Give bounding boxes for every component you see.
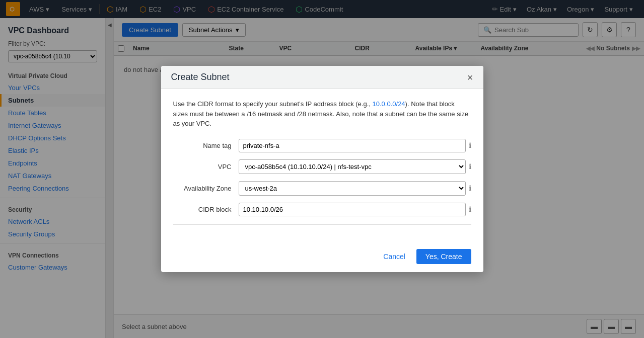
cidr-block-label: CIDR block (173, 206, 239, 213)
modal-divider (173, 224, 471, 225)
name-tag-info-icon[interactable]: ℹ (469, 141, 471, 149)
create-subnet-modal: Create Subnet × Use the CIDR format to s… (161, 66, 483, 272)
vpc-info-icon[interactable]: ℹ (469, 162, 471, 171)
form-row-cidr: CIDR block ℹ (173, 203, 471, 216)
modal-header: Create Subnet × (161, 66, 483, 89)
yes-create-button[interactable]: Yes, Create (416, 249, 471, 264)
modal-footer: Cancel Yes, Create (161, 243, 483, 272)
modal-body: Use the CIDR format to specify your subn… (161, 89, 483, 243)
name-tag-label: Name tag (173, 142, 239, 149)
form-row-vpc: VPC vpc-a058b5c4 (10.10.10.0/24) | nfs-t… (173, 159, 471, 174)
cidr-block-info-icon[interactable]: ℹ (469, 205, 471, 213)
cidr-example-link[interactable]: 10.0.0.0/24 (373, 100, 405, 108)
az-select[interactable]: us-west-2a (239, 181, 466, 196)
modal-overlay[interactable]: Create Subnet × Use the CIDR format to s… (0, 0, 644, 338)
vpc-select[interactable]: vpc-a058b5c4 (10.10.10.0/24) | nfs-test-… (239, 159, 466, 174)
modal-title: Create Subnet (171, 72, 230, 82)
form-row-name-tag: Name tag ℹ (173, 139, 471, 152)
cancel-button[interactable]: Cancel (378, 249, 410, 264)
modal-description: Use the CIDR format to specify your subn… (173, 99, 471, 129)
cidr-block-input[interactable] (239, 203, 466, 216)
form-row-az: Availability Zone us-west-2a ℹ (173, 181, 471, 196)
az-label: Availability Zone (173, 185, 239, 192)
modal-close-button[interactable]: × (467, 72, 473, 82)
az-info-icon[interactable]: ℹ (469, 184, 471, 192)
vpc-label: VPC (173, 163, 239, 171)
name-tag-input[interactable] (239, 139, 466, 152)
